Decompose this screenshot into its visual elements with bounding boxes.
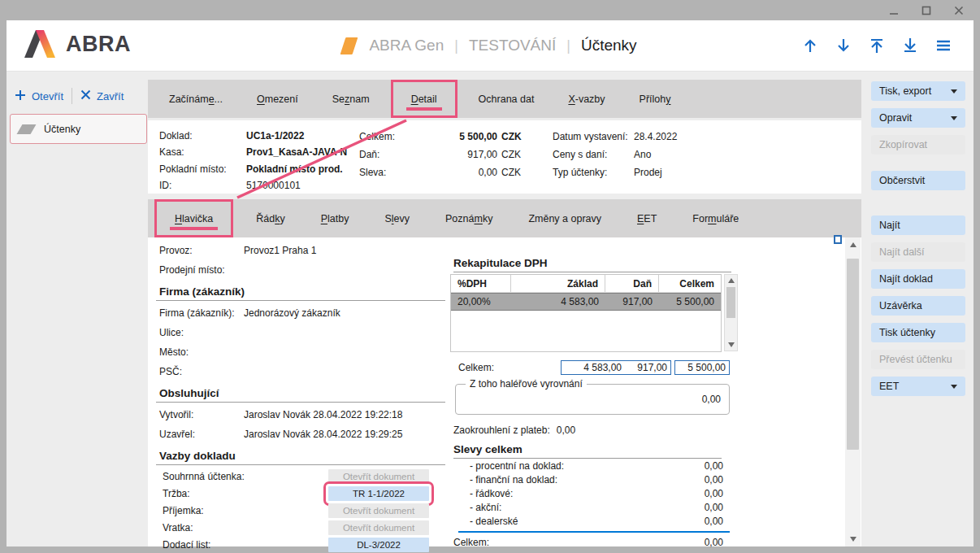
button-opravit[interactable]: Opravit bbox=[871, 108, 965, 128]
scroll-up-icon[interactable] bbox=[728, 278, 735, 283]
with-tax-value: Ano bbox=[634, 149, 651, 160]
open-document-button[interactable]: Otevřít dokument bbox=[328, 520, 429, 535]
kasa-value: Prov1_KasaA-JAVA-N bbox=[246, 146, 347, 158]
totals-tax: 917,00 bbox=[622, 362, 670, 373]
field-label: Sleva: bbox=[359, 167, 401, 178]
subtab-eet[interactable]: EET bbox=[624, 199, 670, 237]
right-panel: Tisk, export Opravit Zkopírovat Občerstv… bbox=[861, 72, 973, 546]
scroll-thumb[interactable] bbox=[726, 287, 735, 318]
app-window: ABRA ABRA Gen | TESTOVÁNÍ | Účtenky bbox=[7, 20, 973, 546]
breadcrumb-separator: | bbox=[566, 37, 570, 54]
scroll-up-icon[interactable] bbox=[845, 237, 861, 252]
halere-value: 0,00 bbox=[702, 394, 721, 405]
sidebar-item-label: Účtenky bbox=[44, 124, 80, 135]
field-label: - akční: bbox=[470, 502, 666, 513]
button-uzaverka[interactable]: Uzávěrka bbox=[871, 296, 965, 316]
field-label: Tržba: bbox=[159, 488, 328, 499]
currency: CZK bbox=[501, 131, 522, 142]
open-document-button[interactable]: Otevřít dokument bbox=[328, 503, 429, 518]
button-eet[interactable]: EET bbox=[871, 377, 965, 396]
field-label: Daň: bbox=[359, 149, 401, 160]
trzba-document-button[interactable]: TR 1-1/2022 bbox=[328, 486, 429, 501]
content-scrollbar[interactable] bbox=[845, 237, 861, 546]
button-zkopirovat[interactable]: Zkopírovat bbox=[871, 135, 965, 155]
subtab-hlavicka[interactable]: Hlavička bbox=[154, 199, 233, 237]
tab-omezeni[interactable]: Omezení bbox=[244, 80, 311, 118]
scroll-down-icon[interactable] bbox=[845, 532, 861, 546]
field-label: - finanční na doklad: bbox=[470, 474, 666, 486]
currency: CZK bbox=[501, 149, 521, 160]
subtab-radky[interactable]: Řádky bbox=[243, 199, 297, 237]
open-document-button[interactable]: Otevřít dokument bbox=[328, 469, 429, 484]
previous-record-icon[interactable] bbox=[801, 37, 819, 54]
subtab-platby[interactable]: Platby bbox=[308, 199, 362, 237]
rounding-label: Zaokrouhlení z plateb: bbox=[453, 425, 550, 436]
button-najit-dalsi[interactable]: Najít další bbox=[871, 242, 965, 262]
slevy-total-value: 0,00 bbox=[705, 537, 730, 548]
tab-prilohy[interactable]: Přílohy bbox=[627, 80, 684, 118]
button-najit-doklad[interactable]: Najít doklad bbox=[871, 269, 965, 289]
last-record-icon[interactable] bbox=[901, 37, 919, 54]
field-label: Datum vystavení: bbox=[553, 131, 634, 142]
open-button[interactable]: Otevřít bbox=[15, 89, 63, 103]
first-record-icon[interactable] bbox=[868, 37, 886, 54]
rounding-row: Zaokrouhlení z plateb: 0,00 bbox=[453, 425, 739, 436]
field-label: Město: bbox=[159, 346, 244, 358]
module-icon bbox=[340, 37, 358, 54]
field-label: Pokladní místo: bbox=[159, 163, 246, 175]
next-record-icon[interactable] bbox=[835, 37, 852, 54]
subtab-formulare[interactable]: Formuláře bbox=[679, 199, 752, 237]
minimize-button[interactable] bbox=[887, 4, 900, 17]
totals-base-tax-field: 4 583,00 917,00 bbox=[561, 360, 671, 375]
main-area: Začínáme... Omezení Seznam Detail Ochran… bbox=[148, 72, 861, 546]
subtab-poznamky[interactable]: Poznámky bbox=[432, 199, 505, 237]
detail-right-column: Rekapitulace DPH %DPH Základ Daň Celkem … bbox=[450, 237, 739, 546]
firma-value: Jednorázový zákazník bbox=[244, 307, 340, 319]
dph-table-scrollbar[interactable] bbox=[724, 274, 738, 351]
subtab-zmeny-a-opravy[interactable]: Změny a opravy bbox=[515, 199, 614, 237]
subtab-slevy[interactable]: Slevy bbox=[371, 199, 423, 237]
tab-x-vazby[interactable]: X-vazby bbox=[555, 80, 618, 118]
close-button[interactable] bbox=[952, 4, 965, 17]
document-info-panel: Doklad:UC1a-1/2022 Kasa:Prov1_KasaA-JAVA… bbox=[148, 120, 861, 194]
tab-zaciname[interactable]: Začínáme... bbox=[156, 80, 236, 118]
table-row[interactable]: 20,00% 4 583,00 917,00 5 500,00 bbox=[451, 293, 721, 311]
dph-rate: 20,00% bbox=[451, 294, 511, 310]
slevy-value: 0,00 bbox=[666, 460, 730, 472]
scroll-track[interactable] bbox=[845, 252, 861, 532]
close-tab-button[interactable]: Zavřít bbox=[80, 89, 124, 102]
maximize-button[interactable] bbox=[920, 4, 933, 17]
breadcrumb-separator: | bbox=[454, 37, 458, 54]
field-label: Doklad: bbox=[159, 130, 246, 142]
breadcrumb-environment: TESTOVÁNÍ bbox=[469, 37, 556, 54]
tab-ochrana-dat[interactable]: Ochrana dat bbox=[466, 80, 548, 118]
menu-icon[interactable] bbox=[934, 37, 952, 54]
pokladni-misto-value: Pokladní místo prod. bbox=[246, 163, 343, 175]
field-label: Ceny s daní: bbox=[553, 149, 634, 160]
button-obcerstvit[interactable]: Občerstvit bbox=[871, 171, 965, 190]
column-header: Základ bbox=[511, 275, 605, 292]
currency: CZK bbox=[501, 167, 521, 178]
detail-left-column: Provoz:Provoz1 Praha 1 Prodejní místo: F… bbox=[148, 237, 450, 546]
button-prevest-uctenku[interactable]: Převést účtenku bbox=[871, 350, 965, 369]
button-tisk-uctenky[interactable]: Tisk účtenky bbox=[871, 323, 965, 342]
field-label: Typ účtenky: bbox=[553, 167, 634, 178]
field-label: Celkem: bbox=[359, 131, 401, 142]
section-header-dph: Rekapitulace DPH bbox=[453, 257, 731, 272]
dph-table: %DPH Základ Daň Celkem 20,00% 4 583,00 9… bbox=[450, 274, 722, 352]
scroll-thumb[interactable] bbox=[847, 259, 859, 450]
totals-total-field: 5 500,00 bbox=[674, 360, 730, 375]
dodaci-list-document-button[interactable]: DL-3/2022 bbox=[328, 538, 429, 552]
button-najit[interactable]: Najít bbox=[871, 216, 965, 235]
field-label: - procentní na doklad: bbox=[470, 460, 666, 472]
field-label: Vratka: bbox=[159, 522, 328, 533]
dock-icon[interactable] bbox=[834, 235, 842, 244]
sidebar-item-uctenky[interactable]: Účtenky bbox=[10, 114, 147, 144]
scroll-down-icon[interactable] bbox=[728, 342, 735, 347]
left-panel: Otevřít Zavřít Účtenky bbox=[7, 72, 148, 546]
breadcrumb-module: Účtenky bbox=[581, 37, 637, 54]
field-label: Příjemka: bbox=[159, 505, 328, 516]
tab-detail[interactable]: Detail bbox=[391, 80, 457, 118]
tab-seznam[interactable]: Seznam bbox=[319, 80, 383, 118]
button-tisk-export[interactable]: Tisk, export bbox=[871, 81, 965, 101]
